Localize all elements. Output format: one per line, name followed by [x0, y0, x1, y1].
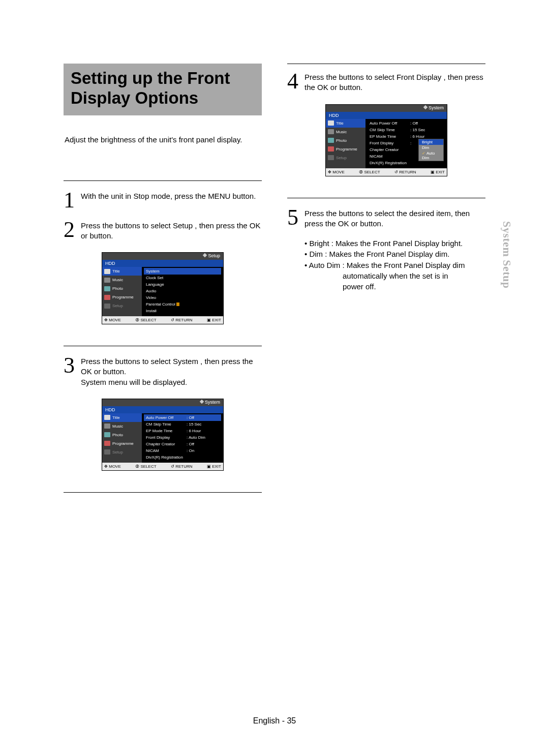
step-number: 2: [64, 220, 78, 240]
row-value: : Off: [410, 121, 418, 126]
step-5-bullets: • Bright : Makes the Front Panel Display…: [304, 238, 485, 292]
label: SELECT: [140, 464, 156, 469]
sidebar-item-programme[interactable]: Programme: [102, 439, 142, 448]
menu-row[interactable]: Front Display: Auto Dim: [144, 434, 221, 441]
row-value: : 6 Hour: [187, 429, 201, 433]
osd-body: Title Music Photo Programme Setup System…: [102, 267, 223, 316]
step-5: 5 Press the buttons to select the desire…: [287, 207, 485, 229]
hint-select: ⦿ SELECT: [135, 464, 156, 469]
label: Parental Control: [146, 302, 175, 307]
crumb-text: System: [205, 400, 220, 405]
menu-item[interactable]: Clock Set: [144, 275, 221, 281]
text: button.: [360, 219, 383, 228]
osd-main-system: Auto Power Off: Off CM Skip Time: 15 Sec…: [142, 413, 223, 463]
row-value: : 15 Sec: [187, 422, 201, 427]
label: Setup: [112, 450, 123, 455]
menu-row[interactable]: EP Mode Time: 6 Hour: [144, 428, 221, 434]
menu-row[interactable]: Auto Power Off: Off: [144, 414, 221, 421]
label: EXIT: [212, 318, 221, 322]
text: Press the: [304, 209, 339, 218]
menu-item[interactable]: Language: [144, 281, 221, 288]
hint-select: ⦿ SELECT: [135, 318, 156, 322]
menu-row[interactable]: NICAM: On: [144, 447, 221, 454]
music-icon: [104, 278, 110, 283]
text: Press the: [81, 221, 115, 230]
setup-icon: [104, 304, 110, 309]
section-intro: Adjust the brightness of the unit's fron…: [65, 135, 262, 145]
sidebar-item-photo[interactable]: Photo: [102, 284, 142, 293]
title-icon: [328, 120, 334, 126]
menu-row[interactable]: CM Skip Time: 15 Sec: [368, 127, 445, 133]
page-content: Setting up the Front Display Options Adj…: [0, 0, 549, 502]
menu-item[interactable]: System: [144, 268, 221, 275]
label: MOVE: [109, 464, 121, 469]
hint-exit: ▣ EXIT: [431, 170, 445, 174]
sidebar-item-title[interactable]: Title: [102, 413, 142, 422]
step-body: Press the buttons to select System , the…: [81, 355, 262, 387]
row-label: CM Skip Time: [146, 422, 187, 427]
hint-return: ↺ RETURN: [171, 318, 193, 322]
row-label: Front Display: [370, 141, 410, 145]
hint-exit: ▣ EXIT: [207, 464, 221, 469]
step-number: 3: [64, 355, 78, 376]
divider: [64, 346, 262, 346]
sidebar-item-programme[interactable]: Programme: [102, 293, 142, 301]
osd-breadcrumb: System: [200, 400, 220, 405]
divider: [287, 198, 485, 198]
sidebar-item-title[interactable]: Title: [326, 119, 365, 128]
sidebar-item-photo[interactable]: Photo: [102, 431, 142, 439]
row-label: DivX(R) Registration: [370, 161, 410, 165]
crumb-text: Setup: [208, 253, 220, 258]
osd-breadcrumb-bar: Setup: [102, 253, 223, 260]
text: button.: [103, 367, 126, 376]
hint-move: ✥ MOVE: [104, 318, 121, 322]
label: Photo: [336, 138, 347, 143]
menu-item[interactable]: Video: [144, 294, 221, 301]
programme-icon: [104, 295, 110, 300]
osd-header: HDD: [102, 406, 223, 413]
divider: [64, 492, 262, 493]
sidebar-item-music[interactable]: Music: [102, 422, 142, 431]
menu-row[interactable]: Auto Power Off: Off: [368, 120, 445, 127]
menu-item[interactable]: Parental Control: [144, 301, 221, 308]
osd-main-front-display: Auto Power Off: Off CM Skip Time: 15 Sec…: [365, 119, 447, 168]
sidebar-item-programme[interactable]: Programme: [326, 145, 365, 154]
label: SELECT: [364, 170, 380, 174]
sidebar-item-photo[interactable]: Photo: [326, 136, 365, 145]
dropdown-item-bright[interactable]: Bright: [419, 139, 443, 145]
sidebar-item-title[interactable]: Title: [102, 267, 142, 276]
osd-sidebar: Title Music Photo Programme Setup: [102, 413, 142, 463]
divider: [287, 64, 485, 64]
osd-screenshot-system: System HDD Title Music Photo Programme S…: [102, 399, 224, 471]
osd-screenshot-front-display: System HDD Title Music Photo Programme S…: [325, 104, 447, 176]
hint-return: ↺ RETURN: [394, 170, 416, 174]
osd-main-setup: System Clock Set Language Audio Video Pa…: [142, 267, 223, 316]
text: button.: [90, 231, 113, 240]
menu-item[interactable]: Audio: [144, 288, 221, 294]
label: MOVE: [109, 318, 121, 322]
label: Programme: [112, 441, 134, 446]
crumb-text: System: [429, 105, 444, 110]
dropdown-item-autodim[interactable]: ✓Auto Dim: [419, 150, 443, 161]
hint-move: ✥ MOVE: [328, 170, 345, 174]
step-number: 5: [287, 207, 301, 228]
setup-icon: [328, 155, 334, 160]
check-icon: ✓: [422, 151, 425, 156]
menu-row[interactable]: CM Skip Time: 15 Sec: [144, 421, 221, 428]
bullet-dim: • Dim : Makes the Front Panel Display di…: [304, 249, 485, 259]
sidebar-item-setup[interactable]: Setup: [102, 301, 142, 310]
sidebar-item-setup[interactable]: Setup: [326, 154, 365, 162]
bullet-autodim: • Auto Dim : Makes the Front Panel Displ…: [304, 260, 485, 270]
label: RETURN: [175, 464, 192, 469]
menu-row[interactable]: DivX(R) Registration: [144, 454, 221, 461]
dropdown-item-dim[interactable]: Dim: [419, 145, 443, 150]
sidebar-item-music[interactable]: Music: [326, 128, 365, 136]
menu-row[interactable]: Chapter Creator: Off: [144, 441, 221, 447]
label: MOVE: [332, 170, 345, 174]
osd-breadcrumb-bar: System: [326, 105, 447, 112]
row-value: : 6 Hour: [410, 134, 424, 139]
sidebar-item-setup[interactable]: Setup: [102, 448, 142, 457]
sidebar-item-music[interactable]: Music: [102, 276, 142, 284]
row-value: : Auto Dim: [187, 435, 205, 440]
menu-item[interactable]: Install: [144, 308, 221, 314]
